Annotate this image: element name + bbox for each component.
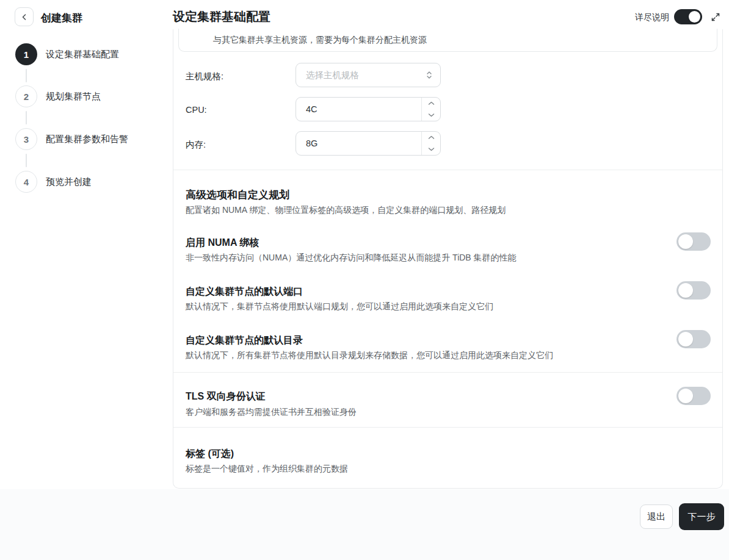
cpu-stepper: [421, 98, 440, 121]
toggle-knob: [678, 389, 693, 403]
wizard-footer: 退出 下一步: [0, 489, 729, 560]
toggle-knob: [678, 332, 693, 346]
toggle-knob: [678, 283, 693, 298]
step-number: 2: [24, 92, 29, 102]
host-spec-label: 主机规格:: [186, 71, 223, 82]
tags-title: 标签 (可选): [186, 448, 234, 461]
verbose-toggle[interactable]: [674, 9, 702, 24]
custom-dir-toggle[interactable]: [676, 330, 711, 348]
section-divider: [173, 170, 722, 170]
cpu-input[interactable]: [296, 98, 422, 121]
step-indicator-4[interactable]: 4: [15, 171, 37, 193]
verbose-toggle-label: 详尽说明: [629, 12, 669, 23]
tls-title: TLS 双向身份认证: [186, 390, 266, 403]
cpu-decrement-button[interactable]: [422, 109, 440, 121]
select-updown-icon: [426, 70, 433, 80]
host-spec-placeholder: 选择主机规格: [306, 70, 359, 81]
shared-host-note-text: 与其它集群共享主机资源，需要为每个集群分配主机资源: [213, 35, 427, 46]
next-step-button[interactable]: 下一步: [679, 503, 724, 530]
tls-description: 客户端和服务器均需提供证书并互相验证身份: [186, 407, 357, 418]
memory-field: [296, 131, 441, 156]
back-button[interactable]: [15, 7, 34, 26]
expand-button[interactable]: [708, 10, 723, 24]
host-spec-select[interactable]: 选择主机规格: [296, 63, 441, 87]
step-connector: [26, 154, 27, 167]
section-divider: [173, 427, 722, 428]
page-title: 设定集群基础配置: [173, 9, 270, 25]
custom-port-title: 自定义集群节点的默认端口: [186, 285, 303, 298]
cpu-label: CPU:: [186, 105, 207, 115]
step-indicator-3[interactable]: 3: [15, 128, 37, 150]
exit-button[interactable]: 退出: [640, 504, 673, 529]
cpu-increment-button[interactable]: [422, 98, 440, 109]
step-connector: [26, 69, 27, 82]
section-divider: [173, 372, 722, 373]
memory-input[interactable]: [296, 132, 422, 155]
numa-description: 非一致性内存访问（NUMA）通过优化内存访问和降低延迟从而能提升 TiDB 集群…: [186, 253, 517, 264]
memory-increment-button[interactable]: [422, 132, 440, 143]
cpu-field: [296, 97, 441, 121]
wizard-title: 创建集群: [41, 11, 82, 25]
tags-description: 标签是一个键值对，作为组织集群的元数据: [186, 464, 348, 475]
step-number: 4: [24, 177, 29, 187]
toggle-knob: [678, 234, 693, 249]
step-label-1[interactable]: 设定集群基础配置: [46, 49, 119, 60]
toggle-knob: [689, 11, 700, 23]
step-label-4[interactable]: 预览并创建: [46, 176, 92, 188]
step-number: 3: [24, 134, 29, 145]
custom-port-toggle[interactable]: [676, 281, 711, 300]
basic-config-panel: 与其它集群共享主机资源，需要为每个集群分配主机资源 主机规格: 选择主机规格 C…: [173, 29, 723, 489]
memory-label: 内存:: [186, 139, 206, 151]
custom-port-description: 默认情况下，集群节点将使用默认端口规划，您可以通过启用此选项来自定义它们: [186, 301, 493, 312]
step-indicator-1[interactable]: 1: [15, 43, 37, 65]
step-label-3[interactable]: 配置集群参数和告警: [46, 134, 128, 145]
step-connector: [26, 111, 27, 124]
chevron-left-icon: [21, 13, 28, 21]
shared-host-note: 与其它集群共享主机资源，需要为每个集群分配主机资源: [178, 29, 717, 52]
numa-title: 启用 NUMA 绑核: [186, 237, 259, 249]
memory-decrement-button[interactable]: [422, 143, 440, 155]
numa-toggle[interactable]: [676, 232, 711, 251]
custom-dir-title: 自定义集群节点的默认目录: [186, 334, 303, 347]
tls-toggle[interactable]: [676, 387, 711, 405]
advanced-section-description: 配置诸如 NUMA 绑定、物理位置标签的高级选项，自定义集群的端口规划、路径规划: [186, 205, 506, 216]
create-cluster-wizard: 创建集群 1 设定集群基础配置 2 规划集群节点 3 配置集群参数和告警 4 预…: [0, 0, 729, 560]
expand-diagonal-icon: [710, 12, 721, 23]
advanced-section-title: 高级选项和自定义规划: [186, 188, 289, 202]
step-number: 1: [24, 49, 29, 60]
step-indicator-2[interactable]: 2: [15, 85, 37, 107]
memory-stepper: [421, 132, 440, 155]
step-label-2[interactable]: 规划集群节点: [46, 91, 101, 102]
custom-dir-description: 默认情况下，所有集群节点将使用默认目录规划来存储数据，您可以通过启用此选项来自定…: [186, 350, 553, 361]
